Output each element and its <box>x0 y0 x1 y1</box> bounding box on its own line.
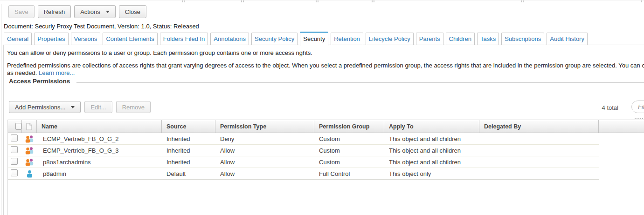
window-top-tick <box>523 0 524 2</box>
remove-button[interactable]: Remove <box>116 101 151 113</box>
cell-source: Default <box>162 170 215 177</box>
select-all-checkbox[interactable] <box>15 123 21 130</box>
column-resize-dots <box>635 118 644 119</box>
filter-input[interactable]: Filter <box>631 101 644 113</box>
cell-permission-type: Allow <box>215 147 314 154</box>
column-header-apply-to[interactable]: Apply To <box>384 120 479 133</box>
description-as-needed: as needed. <box>7 69 37 76</box>
group-icon <box>25 147 34 155</box>
row-icon-cell <box>22 147 37 155</box>
window-top-tick <box>316 0 317 2</box>
cell-source: Inherited <box>162 135 215 142</box>
window-left-border <box>1 4 1 215</box>
column-header-delegated-by[interactable]: Delegated By <box>479 120 599 133</box>
group-icon <box>25 135 34 143</box>
row-icon-cell <box>22 158 37 166</box>
cell-apply-to: This object and all children <box>384 147 479 154</box>
tab-tasks[interactable]: Tasks <box>477 33 499 45</box>
actions-menu-button[interactable]: Actions <box>74 5 116 18</box>
description-paragraph-2-line-2: as needed. Learn more... <box>7 69 644 77</box>
total-count: 4 total <box>602 104 618 111</box>
tab-content-elements[interactable]: Content Elements <box>103 33 157 45</box>
page-icon <box>26 123 32 130</box>
tab-security[interactable]: Security <box>300 32 328 46</box>
access-permissions-section: Access Permissions <box>9 78 644 85</box>
window-top-tick <box>521 0 522 2</box>
cell-permission-group: Full Control <box>314 170 384 177</box>
save-button[interactable]: Save <box>8 5 35 18</box>
cell-name: p8os1archadmins <box>37 159 162 166</box>
document-properties-window: Save Refresh Actions Close Document: Sec… <box>0 0 644 215</box>
tab-children[interactable]: Children <box>446 33 475 45</box>
table-row[interactable]: p8admin Default Allow Full Control This … <box>8 168 599 180</box>
user-icon <box>26 170 34 178</box>
cell-name: ECMP_Vertrieb_FB_O_G_2 <box>37 135 162 142</box>
tab-folders-filed-in[interactable]: Folders Filed In <box>160 33 208 45</box>
window-top-tick <box>243 0 244 2</box>
column-header-permission-group[interactable]: Permission Group <box>314 120 384 133</box>
tab-annotations[interactable]: Annotations <box>210 33 249 45</box>
window-top-tick <box>184 0 185 2</box>
permissions-grid: Name Source Permission Type Permission G… <box>7 120 644 215</box>
cell-permission-group: Custom <box>314 147 384 154</box>
refresh-button[interactable]: Refresh <box>38 5 71 18</box>
tab-subscriptions[interactable]: Subscriptions <box>501 33 544 45</box>
section-divider-line <box>76 82 644 83</box>
access-permissions-title: Access Permissions <box>9 78 70 85</box>
window-top-tick <box>182 0 183 2</box>
window-top-tick <box>318 0 319 2</box>
window-top-tick <box>241 0 242 2</box>
cell-apply-to: This object only <box>384 170 479 177</box>
row-select-cell <box>8 158 22 166</box>
cell-source: Inherited <box>162 147 215 154</box>
column-header-name[interactable]: Name <box>37 120 162 133</box>
window-top-tick <box>641 0 642 2</box>
tab-properties[interactable]: Properties <box>34 33 68 45</box>
cell-permission-type: Deny <box>215 135 314 142</box>
cell-permission-group: Custom <box>314 159 384 166</box>
tab-security-policy[interactable]: Security Policy <box>251 33 298 45</box>
row-select-cell <box>8 169 22 178</box>
cell-name: p8admin <box>37 170 162 177</box>
actions-menu-label: Actions <box>80 8 100 15</box>
tab-versions[interactable]: Versions <box>71 33 101 45</box>
group-icon <box>25 158 34 166</box>
table-row[interactable]: p8os1archadmins Inherited Allow Custom T… <box>8 156 599 168</box>
cell-source: Inherited <box>162 159 215 166</box>
column-header-filler <box>599 120 644 133</box>
row-checkbox[interactable] <box>11 158 18 165</box>
row-checkbox[interactable] <box>11 134 18 141</box>
description-paragraph-2-line-1: Predefined permissions are collections o… <box>7 62 644 69</box>
row-checkbox[interactable] <box>11 169 18 176</box>
column-header-source[interactable]: Source <box>162 120 215 133</box>
security-description: You can allow or deny permissions to a u… <box>7 49 644 77</box>
close-button[interactable]: Close <box>119 5 146 18</box>
tab-retention[interactable]: Retention <box>331 33 363 45</box>
column-header-permission-type[interactable]: Permission Type <box>215 120 314 133</box>
tab-bar: General Properties Versions Content Elem… <box>4 32 644 45</box>
add-permissions-button[interactable]: Add Permissions... <box>9 101 81 113</box>
chevron-down-icon <box>106 11 110 13</box>
window-top-tick <box>372 0 373 2</box>
tab-audit-history[interactable]: Audit History <box>547 33 588 45</box>
tab-parents[interactable]: Parents <box>416 33 443 45</box>
toolbar: Save Refresh Actions Close <box>8 5 146 18</box>
cell-permission-type: Allow <box>215 159 314 166</box>
permissions-toolbar: Add Permissions... Edit... Remove <box>9 101 151 113</box>
cell-permission-group: Custom <box>314 135 384 142</box>
table-row[interactable]: ECMP_Vertrieb_FB_O_G_3 Inherited Allow C… <box>8 145 599 156</box>
row-select-cell <box>8 146 22 155</box>
learn-more-link[interactable]: Learn more... <box>39 69 75 76</box>
tab-general[interactable]: General <box>4 33 32 45</box>
header-select-all-cell <box>8 120 22 133</box>
description-paragraph-1: You can allow or deny permissions to a u… <box>7 49 644 57</box>
tab-lifecycle-policy[interactable]: Lifecycle Policy <box>366 33 414 45</box>
window-top-tick <box>374 0 374 2</box>
table-row[interactable]: ECMP_Vertrieb_FB_O_G_2 Inherited Deny Cu… <box>8 133 599 145</box>
chevron-down-icon <box>71 106 75 108</box>
edit-button[interactable]: Edit... <box>84 101 112 113</box>
row-icon-cell <box>22 135 37 143</box>
row-checkbox[interactable] <box>11 146 18 153</box>
header-type-cell <box>22 120 37 133</box>
cell-name: ECMP_Vertrieb_FB_O_G_3 <box>37 147 162 154</box>
